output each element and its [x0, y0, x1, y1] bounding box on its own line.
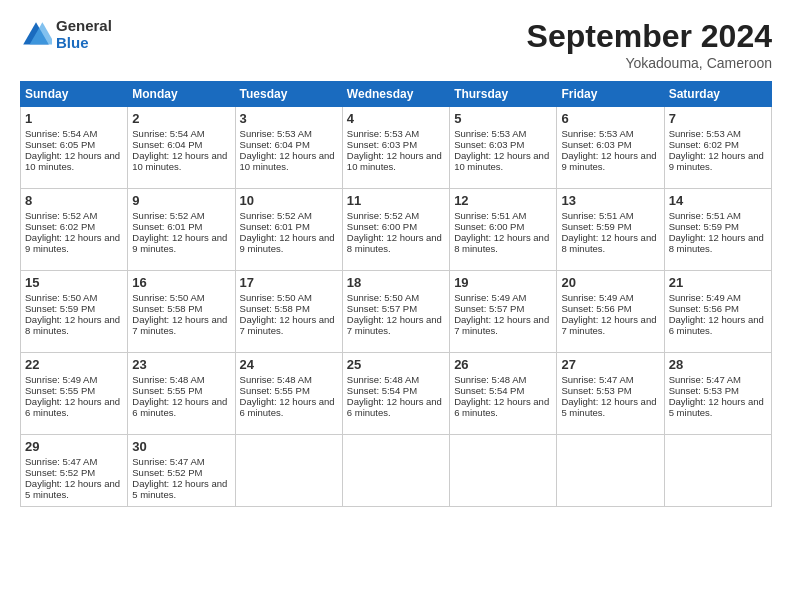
calendar-cell: 30Sunrise: 5:47 AMSunset: 5:52 PMDayligh…	[128, 435, 235, 507]
sunset-text: Sunset: 6:01 PM	[240, 221, 338, 232]
sunset-text: Sunset: 6:03 PM	[561, 139, 659, 150]
sunrise-text: Sunrise: 5:49 AM	[669, 292, 767, 303]
calendar-cell: 18Sunrise: 5:50 AMSunset: 5:57 PMDayligh…	[342, 271, 449, 353]
calendar-cell	[664, 435, 771, 507]
daylight-text: Daylight: 12 hours and 6 minutes.	[25, 396, 123, 418]
sunset-text: Sunset: 6:03 PM	[347, 139, 445, 150]
daylight-text: Daylight: 12 hours and 7 minutes.	[454, 314, 552, 336]
calendar-cell: 8Sunrise: 5:52 AMSunset: 6:02 PMDaylight…	[21, 189, 128, 271]
sunrise-text: Sunrise: 5:52 AM	[25, 210, 123, 221]
sunrise-text: Sunrise: 5:51 AM	[561, 210, 659, 221]
sunset-text: Sunset: 6:04 PM	[240, 139, 338, 150]
daylight-text: Daylight: 12 hours and 6 minutes.	[240, 396, 338, 418]
sunset-text: Sunset: 6:00 PM	[454, 221, 552, 232]
daylight-text: Daylight: 12 hours and 7 minutes.	[561, 314, 659, 336]
logo-blue: Blue	[56, 35, 112, 52]
daylight-text: Daylight: 12 hours and 5 minutes.	[132, 478, 230, 500]
day-number: 20	[561, 275, 659, 290]
daylight-text: Daylight: 12 hours and 5 minutes.	[669, 396, 767, 418]
sunrise-text: Sunrise: 5:50 AM	[347, 292, 445, 303]
calendar-week-4: 22Sunrise: 5:49 AMSunset: 5:55 PMDayligh…	[21, 353, 772, 435]
daylight-text: Daylight: 12 hours and 6 minutes.	[454, 396, 552, 418]
daylight-text: Daylight: 12 hours and 9 minutes.	[240, 232, 338, 254]
col-header-tuesday: Tuesday	[235, 82, 342, 107]
sunrise-text: Sunrise: 5:54 AM	[25, 128, 123, 139]
sunset-text: Sunset: 5:52 PM	[132, 467, 230, 478]
sunrise-text: Sunrise: 5:50 AM	[240, 292, 338, 303]
col-header-friday: Friday	[557, 82, 664, 107]
daylight-text: Daylight: 12 hours and 9 minutes.	[25, 232, 123, 254]
daylight-text: Daylight: 12 hours and 9 minutes.	[669, 150, 767, 172]
logo-icon	[20, 19, 52, 51]
day-number: 12	[454, 193, 552, 208]
sunset-text: Sunset: 5:57 PM	[454, 303, 552, 314]
calendar-cell: 12Sunrise: 5:51 AMSunset: 6:00 PMDayligh…	[450, 189, 557, 271]
day-number: 8	[25, 193, 123, 208]
daylight-text: Daylight: 12 hours and 8 minutes.	[561, 232, 659, 254]
calendar-week-3: 15Sunrise: 5:50 AMSunset: 5:59 PMDayligh…	[21, 271, 772, 353]
calendar-cell: 2Sunrise: 5:54 AMSunset: 6:04 PMDaylight…	[128, 107, 235, 189]
daylight-text: Daylight: 12 hours and 9 minutes.	[132, 232, 230, 254]
calendar-cell: 20Sunrise: 5:49 AMSunset: 5:56 PMDayligh…	[557, 271, 664, 353]
daylight-text: Daylight: 12 hours and 9 minutes.	[561, 150, 659, 172]
calendar-cell: 15Sunrise: 5:50 AMSunset: 5:59 PMDayligh…	[21, 271, 128, 353]
day-number: 13	[561, 193, 659, 208]
day-number: 9	[132, 193, 230, 208]
sunrise-text: Sunrise: 5:50 AM	[25, 292, 123, 303]
day-number: 14	[669, 193, 767, 208]
day-number: 6	[561, 111, 659, 126]
sunset-text: Sunset: 5:55 PM	[25, 385, 123, 396]
calendar-cell: 16Sunrise: 5:50 AMSunset: 5:58 PMDayligh…	[128, 271, 235, 353]
sunrise-text: Sunrise: 5:50 AM	[132, 292, 230, 303]
daylight-text: Daylight: 12 hours and 10 minutes.	[132, 150, 230, 172]
day-number: 25	[347, 357, 445, 372]
sunset-text: Sunset: 5:55 PM	[240, 385, 338, 396]
calendar-cell: 23Sunrise: 5:48 AMSunset: 5:55 PMDayligh…	[128, 353, 235, 435]
sunset-text: Sunset: 5:58 PM	[132, 303, 230, 314]
calendar-cell: 1Sunrise: 5:54 AMSunset: 6:05 PMDaylight…	[21, 107, 128, 189]
daylight-text: Daylight: 12 hours and 8 minutes.	[347, 232, 445, 254]
calendar-cell	[557, 435, 664, 507]
daylight-text: Daylight: 12 hours and 10 minutes.	[347, 150, 445, 172]
day-number: 15	[25, 275, 123, 290]
day-number: 26	[454, 357, 552, 372]
col-header-saturday: Saturday	[664, 82, 771, 107]
calendar-cell: 9Sunrise: 5:52 AMSunset: 6:01 PMDaylight…	[128, 189, 235, 271]
sunset-text: Sunset: 5:56 PM	[561, 303, 659, 314]
sunset-text: Sunset: 6:05 PM	[25, 139, 123, 150]
day-number: 2	[132, 111, 230, 126]
sunset-text: Sunset: 6:00 PM	[347, 221, 445, 232]
logo: General Blue	[20, 18, 112, 51]
sunrise-text: Sunrise: 5:53 AM	[347, 128, 445, 139]
day-number: 16	[132, 275, 230, 290]
month-title: September 2024	[527, 18, 772, 55]
calendar-body: 1Sunrise: 5:54 AMSunset: 6:05 PMDaylight…	[21, 107, 772, 507]
col-header-monday: Monday	[128, 82, 235, 107]
calendar-cell: 4Sunrise: 5:53 AMSunset: 6:03 PMDaylight…	[342, 107, 449, 189]
calendar-cell: 14Sunrise: 5:51 AMSunset: 5:59 PMDayligh…	[664, 189, 771, 271]
calendar-cell: 10Sunrise: 5:52 AMSunset: 6:01 PMDayligh…	[235, 189, 342, 271]
day-number: 7	[669, 111, 767, 126]
day-number: 19	[454, 275, 552, 290]
col-header-thursday: Thursday	[450, 82, 557, 107]
calendar-cell: 28Sunrise: 5:47 AMSunset: 5:53 PMDayligh…	[664, 353, 771, 435]
sunset-text: Sunset: 5:53 PM	[669, 385, 767, 396]
sunrise-text: Sunrise: 5:47 AM	[25, 456, 123, 467]
daylight-text: Daylight: 12 hours and 8 minutes.	[669, 232, 767, 254]
daylight-text: Daylight: 12 hours and 7 minutes.	[240, 314, 338, 336]
sunrise-text: Sunrise: 5:51 AM	[669, 210, 767, 221]
daylight-text: Daylight: 12 hours and 8 minutes.	[454, 232, 552, 254]
col-header-wednesday: Wednesday	[342, 82, 449, 107]
daylight-text: Daylight: 12 hours and 5 minutes.	[25, 478, 123, 500]
calendar-cell: 27Sunrise: 5:47 AMSunset: 5:53 PMDayligh…	[557, 353, 664, 435]
sunset-text: Sunset: 5:56 PM	[669, 303, 767, 314]
sunrise-text: Sunrise: 5:48 AM	[454, 374, 552, 385]
sunrise-text: Sunrise: 5:52 AM	[347, 210, 445, 221]
day-number: 17	[240, 275, 338, 290]
col-header-sunday: Sunday	[21, 82, 128, 107]
day-number: 24	[240, 357, 338, 372]
title-block: September 2024 Yokadouma, Cameroon	[527, 18, 772, 71]
calendar-table: SundayMondayTuesdayWednesdayThursdayFrid…	[20, 81, 772, 507]
calendar-cell	[450, 435, 557, 507]
daylight-text: Daylight: 12 hours and 6 minutes.	[669, 314, 767, 336]
